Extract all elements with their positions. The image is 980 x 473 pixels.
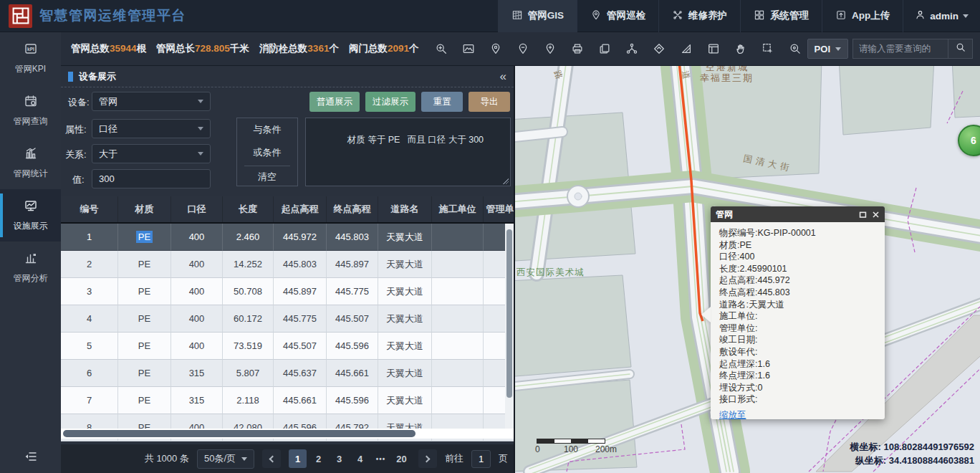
table-row[interactable]: 6PE3155.807445.637445.661天翼大道 bbox=[61, 360, 514, 387]
condition-expression-textarea[interactable]: 材质 等于 PE 而且 口径 大于 300 bbox=[305, 118, 511, 186]
layers-copy-icon[interactable] bbox=[597, 41, 612, 57]
query-circle-icon[interactable] bbox=[787, 41, 803, 57]
poi-select[interactable]: POI bbox=[807, 39, 848, 59]
sidebar-item-管网KPI[interactable]: kPI管网KPI bbox=[0, 32, 61, 85]
overview-extent-icon[interactable] bbox=[461, 41, 476, 57]
page-size-select[interactable]: 50条/页 bbox=[197, 449, 254, 469]
popup-maximize-button[interactable] bbox=[859, 211, 867, 219]
popup-close-button[interactable] bbox=[872, 211, 880, 219]
measure-distance-icon[interactable] bbox=[651, 41, 667, 57]
page-button-1[interactable]: 1 bbox=[289, 449, 307, 468]
table-cell: 400 bbox=[171, 224, 223, 251]
table-row[interactable]: 2PE40014.252445.803445.897天翼大道 bbox=[61, 251, 514, 278]
table-cell: 天翼大道 bbox=[378, 251, 432, 278]
next-page-button[interactable] bbox=[418, 449, 437, 468]
nav-item-管网GIS[interactable]: 管网GIS bbox=[498, 0, 577, 32]
svg-text:kPI: kPI bbox=[27, 47, 34, 52]
page-button-4[interactable]: 4 bbox=[351, 449, 369, 468]
highlighted-cell-text: PE bbox=[136, 231, 153, 243]
map-search-input[interactable] bbox=[852, 39, 948, 59]
resize-grip[interactable] bbox=[503, 178, 509, 184]
device-select-value: 管网 bbox=[99, 95, 117, 108]
sidebar-item-label: 设施展示 bbox=[14, 220, 48, 232]
nav-item-App上传[interactable]: App上传 bbox=[822, 0, 903, 32]
reset-button[interactable]: 重置 bbox=[421, 92, 463, 112]
table-row[interactable]: 3PE40050.708445.897445.775天翼大道 bbox=[61, 278, 514, 305]
column-header-管理单位: 管理单位 bbox=[484, 196, 514, 222]
user-name: admin bbox=[930, 11, 959, 22]
sidebar-item-管网统计[interactable]: 管网统计 bbox=[0, 137, 61, 189]
device-select[interactable]: 管网 bbox=[92, 92, 211, 111]
table-row[interactable]: 4PE40060.172445.775445.507天翼大道 bbox=[61, 305, 514, 333]
y-coordinate-label: 纵坐标: bbox=[855, 455, 886, 466]
table-cell: PE bbox=[118, 224, 171, 251]
popup-field-起点高程: 起点高程:445.972 bbox=[719, 274, 876, 287]
prev-page-button[interactable] bbox=[262, 449, 281, 468]
table-cell: 445.637 bbox=[274, 360, 327, 387]
pin-minus-icon[interactable] bbox=[515, 41, 531, 57]
relation-select-value: 大于 bbox=[99, 148, 117, 161]
select-box-icon[interactable] bbox=[760, 41, 776, 57]
table-cell: 5.807 bbox=[223, 360, 274, 387]
user-menu[interactable]: admin bbox=[903, 0, 980, 32]
table-row[interactable]: 1PE4002.460445.972445.803天翼大道 bbox=[61, 224, 514, 251]
stat-阀门总数: 阀门总数2091个 bbox=[349, 42, 419, 55]
print-icon[interactable] bbox=[570, 41, 585, 57]
search-button[interactable] bbox=[948, 39, 973, 59]
normal-display-button[interactable]: 普通展示 bbox=[309, 92, 360, 112]
filter-display-button[interactable]: 过滤展示 bbox=[365, 92, 415, 112]
export-button[interactable]: 导出 bbox=[469, 92, 510, 112]
y-coordinate-value: 34.41808844603881 bbox=[889, 455, 974, 466]
page-more-icon[interactable]: ••• bbox=[372, 449, 390, 468]
attribute-select[interactable]: 口径 bbox=[92, 119, 211, 138]
page-button-20[interactable]: 20 bbox=[393, 449, 410, 468]
clear-condition-button[interactable]: 清空 bbox=[237, 168, 297, 188]
sidebar-collapse-button[interactable] bbox=[0, 443, 61, 473]
table-cell: 445.507 bbox=[327, 305, 378, 333]
popup-header[interactable]: 管网 bbox=[711, 206, 885, 222]
pan-hand-icon[interactable] bbox=[733, 41, 749, 57]
table-cell: PE bbox=[118, 387, 171, 414]
vertical-scroll-thumb[interactable] bbox=[506, 229, 512, 398]
horizontal-scroll-thumb[interactable] bbox=[63, 430, 415, 437]
pin-locate-icon[interactable] bbox=[488, 41, 504, 57]
goto-page-input[interactable] bbox=[471, 450, 491, 468]
table-row[interactable]: 7PE3152.118445.661445.596天翼大道 bbox=[61, 387, 514, 414]
nav-item-系统管理[interactable]: 系统管理 bbox=[740, 0, 822, 32]
panel-header: 设备展示 « bbox=[61, 66, 514, 87]
zoom-to-link[interactable]: 缩放至 bbox=[719, 409, 746, 421]
nav-item-管网巡检[interactable]: 管网巡检 bbox=[577, 0, 658, 32]
table-cell: 6 bbox=[61, 360, 118, 387]
sidebar-item-管网查询[interactable]: 管网查询 bbox=[0, 85, 61, 137]
page-button-2[interactable]: 2 bbox=[309, 449, 327, 468]
relation-select[interactable]: 大于 bbox=[92, 144, 211, 163]
pin-plus-icon[interactable] bbox=[542, 41, 558, 57]
panel-collapse-button[interactable]: « bbox=[500, 70, 506, 82]
table-horizontal-scrollbar[interactable] bbox=[61, 429, 514, 439]
and-condition-button[interactable]: 与条件 bbox=[237, 118, 297, 141]
table-cell: 445.596 bbox=[327, 333, 378, 360]
measure-area-icon[interactable] bbox=[678, 41, 694, 57]
legend-frame-icon[interactable] bbox=[706, 41, 721, 57]
table-cell: 1 bbox=[61, 224, 118, 251]
top-navigation: 管网GIS管网巡检维修养护系统管理App上传admin bbox=[498, 0, 980, 32]
table-cell bbox=[432, 224, 484, 251]
popup-field-口径: 口径:400 bbox=[719, 251, 876, 263]
table-vertical-scrollbar[interactable] bbox=[505, 224, 514, 429]
table-cell: 445.897 bbox=[274, 278, 327, 305]
map-scalebar: 0 100 200m bbox=[537, 439, 620, 454]
value-label: 值: bbox=[72, 173, 85, 186]
or-condition-button[interactable]: 或条件 bbox=[237, 141, 297, 164]
network-node-icon[interactable] bbox=[624, 41, 640, 57]
popup-field-长度: 长度:2.45990101 bbox=[719, 263, 876, 275]
value-input[interactable] bbox=[92, 169, 211, 188]
nav-item-维修养护[interactable]: 维修养护 bbox=[658, 0, 740, 32]
sidebar-item-设施展示[interactable]: 设施展示 bbox=[0, 189, 61, 242]
map-view[interactable]: 空港新城 幸福里三期 国清大街 西安国际美术城 路 道 6 0 100 200m… bbox=[514, 66, 980, 473]
table-cell: 60.172 bbox=[223, 305, 274, 333]
page-button-3[interactable]: 3 bbox=[330, 449, 348, 468]
table-row[interactable]: 5PE40073.519445.507445.596天翼大道 bbox=[61, 333, 514, 360]
sidebar-item-管网分析[interactable]: 管网分析 bbox=[0, 242, 61, 294]
popup-body: 物探编号:KG-PIP-00001材质:PE口径:400长度:2.4599010… bbox=[711, 222, 885, 421]
zoom-in-icon[interactable] bbox=[433, 41, 449, 57]
